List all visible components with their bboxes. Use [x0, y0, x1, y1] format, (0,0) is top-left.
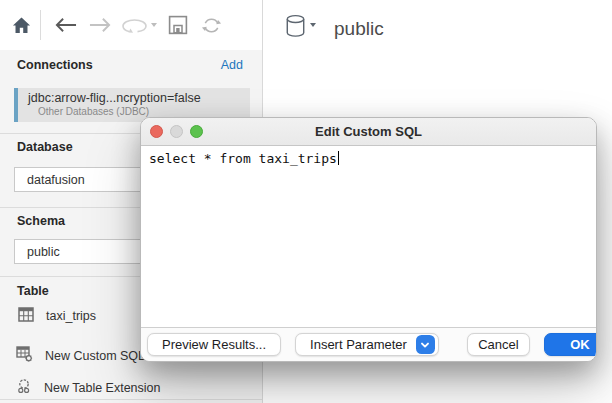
dialog-title: Edit Custom SQL [141, 118, 596, 145]
back-icon[interactable] [54, 17, 77, 33]
tableau-datasource-window: Connections Add jdbc:arrow-flig...ncrypt… [0, 0, 612, 403]
schema-label: Schema [17, 214, 65, 228]
database-caret-icon[interactable] [310, 23, 316, 27]
connections-label: Connections [17, 58, 93, 72]
dialog-footer: Preview Results... Insert Parameter Canc… [141, 327, 596, 361]
edit-custom-sql-dialog: Edit Custom SQL select * from taxi_trips… [140, 117, 597, 362]
zoom-icon[interactable] [190, 125, 203, 138]
toolbar-separator [40, 10, 41, 40]
minimize-icon[interactable] [170, 125, 183, 138]
close-icon[interactable] [150, 125, 163, 138]
text-caret [338, 151, 340, 165]
datasource-title: public [334, 18, 384, 40]
new-table-extension-item[interactable]: New Table Extension [16, 377, 161, 399]
new-custom-sql-label: New Custom SQL [45, 349, 145, 363]
table-gear-icon [16, 346, 33, 366]
database-cylinder-icon[interactable] [285, 14, 306, 43]
add-connection-link[interactable]: Add [221, 58, 243, 72]
toolbar [0, 0, 262, 50]
window-controls [150, 125, 203, 138]
datasource-header: public [285, 14, 384, 43]
cancel-button[interactable]: Cancel [467, 333, 530, 356]
sidebar-bottom-divider [0, 399, 262, 400]
table-row-taxi-trips[interactable]: taxi_trips [18, 305, 96, 327]
new-table-extension-label: New Table Extension [44, 381, 161, 395]
save-icon[interactable] [168, 15, 188, 35]
sql-text: select * from taxi_trips [149, 151, 337, 166]
connection-item-subtitle: Other Databases (JDBC) [28, 106, 250, 117]
new-custom-sql-item[interactable]: New Custom SQL [16, 345, 145, 367]
database-select-value: datafusion [27, 173, 85, 187]
connection-item-title: jdbc:arrow-flig...ncryption=false [28, 91, 250, 105]
dialog-titlebar[interactable]: Edit Custom SQL [141, 118, 596, 146]
ok-button[interactable]: OK [544, 333, 597, 356]
forward-icon[interactable] [89, 17, 112, 33]
preview-results-button[interactable]: Preview Results... [147, 333, 281, 356]
home-icon[interactable] [12, 16, 31, 35]
refresh-icon[interactable] [201, 15, 222, 36]
table-grid-icon [18, 307, 34, 326]
database-label: Database [17, 140, 73, 154]
redo-caret-icon[interactable] [151, 23, 157, 27]
table-label: Table [17, 284, 49, 298]
sql-text-editor[interactable]: select * from taxi_trips [141, 146, 596, 327]
schema-select-value: public [27, 245, 60, 259]
connections-header: Connections Add [17, 58, 243, 72]
insert-parameter-label: Insert Parameter [310, 337, 407, 352]
chevron-down-icon[interactable] [416, 335, 435, 354]
extension-icon [16, 378, 32, 398]
redo-icon[interactable] [122, 16, 148, 34]
insert-parameter-button[interactable]: Insert Parameter [295, 333, 439, 356]
table-row-label: taxi_trips [46, 309, 96, 323]
